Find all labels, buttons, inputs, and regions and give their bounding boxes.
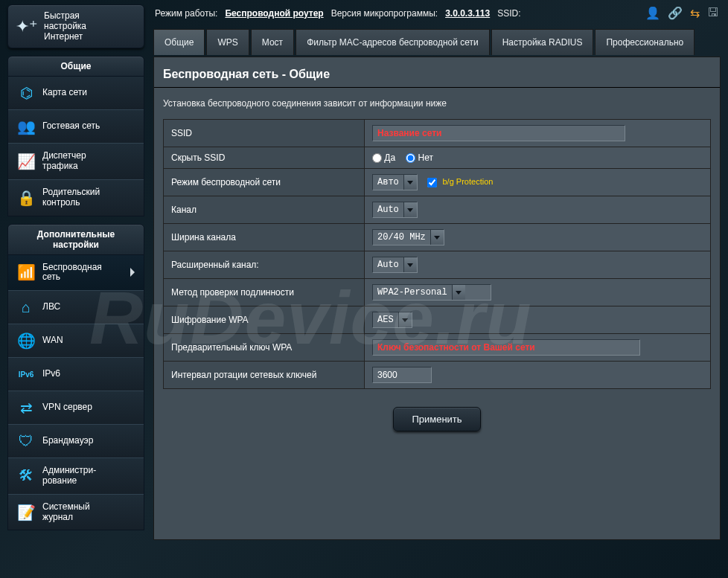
- network-map-icon: ⌬: [17, 84, 35, 102]
- guest-network-icon: 👥: [17, 118, 35, 135]
- tab-5[interactable]: Профессионально: [595, 29, 695, 55]
- fw-label: Версия микропрограммы:: [331, 8, 438, 19]
- fw-link[interactable]: 3.0.0.3.113: [445, 8, 490, 19]
- channel-width-select[interactable]: 20/40 MHz: [372, 229, 444, 245]
- sidebar-item-advanced-2[interactable]: 🌐WAN: [8, 324, 144, 357]
- sidebar-item-label: VPN сервер: [42, 402, 92, 413]
- tab-2[interactable]: Мост: [251, 29, 294, 55]
- tab-0[interactable]: Общие: [153, 29, 205, 55]
- user-status-icon[interactable]: 👤: [645, 6, 660, 20]
- ssid-label: SSID:: [497, 8, 520, 19]
- row-width-label: Ширина канала: [164, 224, 365, 251]
- mode-label: Режим работы:: [155, 8, 217, 19]
- ext-channel-select[interactable]: Auto: [372, 257, 418, 273]
- sidebar-item-general-1[interactable]: 👥Гостевая сеть: [8, 109, 144, 143]
- row-ssid-label: SSID: [164, 120, 365, 147]
- wand-icon: ✦⁺: [16, 17, 38, 36]
- sidebar-item-label: Беспроводная сеть: [42, 263, 102, 283]
- sidebar-header-general: Общие: [7, 56, 144, 77]
- sidebar-item-label: WAN: [42, 335, 63, 346]
- quick-setup-label: Быстрая настройка Интернет: [44, 11, 86, 42]
- sidebar-item-label: Карта сети: [42, 88, 87, 98]
- channel-select[interactable]: Auto: [372, 202, 418, 218]
- bg-protection-checkbox[interactable]: [427, 178, 437, 187]
- row-key-label: Предварительный ключ WPA: [164, 334, 365, 362]
- sidebar-item-general-0[interactable]: ⌬Карта сети: [8, 77, 144, 109]
- row-auth-label: Метод проверки подлинности: [164, 279, 365, 306]
- panel-subtitle: Установка беспроводного соединения завис…: [163, 98, 711, 109]
- sidebar-item-general-2[interactable]: 📈Диспетчер трафика: [8, 143, 144, 179]
- sidebar-item-label: Брандмауэр: [42, 436, 93, 446]
- wireless-icon: 📶: [17, 263, 35, 281]
- sidebar-item-advanced-5[interactable]: 🛡Брандмауэр: [8, 424, 144, 457]
- sidebar-item-advanced-0[interactable]: 📶Беспроводная сеть: [8, 255, 144, 291]
- settings-panel: Беспроводная сеть - Общие Установка бесп…: [153, 57, 721, 540]
- wan-icon: 🌐: [17, 332, 35, 350]
- apply-button[interactable]: Применить: [393, 407, 480, 431]
- hide-ssid-yes[interactable]: Да: [372, 152, 395, 163]
- tab-1[interactable]: WPS: [206, 29, 249, 55]
- topbar: Режим работы: Беспроводной роутер Версия…: [153, 4, 721, 25]
- auth-select[interactable]: WPA2-Personal: [372, 284, 491, 301]
- sidebar-item-label: Диспетчер трафика: [42, 151, 86, 172]
- sidebar-item-label: Системный журнал: [42, 502, 90, 523]
- firewall-icon: 🛡: [17, 432, 35, 450]
- mode-link[interactable]: Беспроводной роутер: [225, 8, 323, 19]
- log-icon: 📝: [17, 504, 35, 521]
- vpn-icon: ⇄: [17, 399, 35, 417]
- row-rotation-label: Интервал ротации сетевых ключей: [164, 362, 365, 389]
- hide-ssid-no[interactable]: Нет: [406, 152, 433, 163]
- sidebar-item-advanced-3[interactable]: IPv6IPv6: [8, 357, 144, 391]
- chevron-down-icon: [452, 285, 465, 300]
- parental-icon: 🔒: [17, 189, 35, 207]
- chevron-down-icon: [403, 175, 417, 190]
- row-channel-label: Канал: [164, 196, 365, 224]
- row-hide-label: Скрыть SSID: [164, 147, 365, 169]
- sidebar-item-advanced-1[interactable]: ⌂ЛВС: [8, 290, 144, 324]
- ssid-input[interactable]: [372, 125, 625, 141]
- tab-4[interactable]: Настройка RADIUS: [491, 29, 594, 55]
- panel-title: Беспроводная сеть - Общие: [163, 68, 711, 81]
- row-ext-label: Расширенный канал:: [164, 251, 365, 279]
- row-enc-label: Шифрование WPA: [164, 306, 365, 334]
- storage-status-icon[interactable]: 🖫: [707, 6, 719, 20]
- wireless-mode-select[interactable]: Авто: [372, 174, 418, 190]
- sidebar-item-advanced-7[interactable]: 📝Системный журнал: [8, 494, 144, 530]
- wpa-key-input[interactable]: [372, 339, 640, 356]
- tab-3[interactable]: Фильтр MAC-адресов беспроводной сети: [296, 29, 490, 55]
- sidebar-item-advanced-4[interactable]: ⇄VPN сервер: [8, 391, 144, 424]
- sidebar-item-label: Администри- рование: [42, 466, 96, 487]
- chevron-down-icon: [403, 202, 417, 217]
- sidebar-item-advanced-6[interactable]: 🛠Администри- рование: [8, 457, 144, 494]
- chevron-down-icon: [398, 312, 412, 327]
- sidebar-header-advanced: Дополнительные настройки: [7, 224, 144, 255]
- quick-setup-button[interactable]: ✦⁺ Быстрая настройка Интернет: [7, 4, 144, 48]
- lan-icon: ⌂: [17, 298, 35, 316]
- rotation-input[interactable]: [372, 367, 432, 383]
- ipv6-icon: IPv6: [17, 365, 35, 383]
- wpa-enc-select[interactable]: AES: [372, 312, 412, 328]
- traffic-icon: 📈: [17, 152, 35, 170]
- bg-protection-label: b/g Protection: [443, 177, 494, 186]
- link-status-icon[interactable]: 🔗: [668, 6, 683, 20]
- row-mode-label: Режим беспроводной сети: [164, 169, 365, 196]
- admin-icon: 🛠: [17, 467, 35, 485]
- usb-status-icon[interactable]: ⇆: [690, 6, 700, 20]
- chevron-down-icon: [403, 257, 417, 272]
- sidebar-item-label: Гостевая сеть: [42, 121, 100, 132]
- sidebar-item-label: ЛВС: [42, 302, 60, 312]
- sidebar-item-label: Родительский контроль: [42, 187, 100, 208]
- sidebar-item-label: IPv6: [42, 369, 60, 379]
- sidebar-item-general-3[interactable]: 🔒Родительский контроль: [8, 179, 144, 216]
- chevron-down-icon: [430, 230, 444, 245]
